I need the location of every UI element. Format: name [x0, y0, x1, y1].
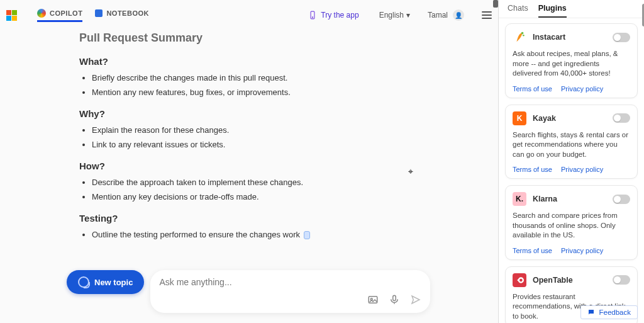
chat-input[interactable] — [159, 277, 421, 287]
list-item: Mention any new features, bug fixes, or … — [92, 88, 498, 97]
section-heading: Why? — [79, 108, 498, 119]
feedback-icon — [587, 309, 595, 316]
section-heading: What? — [79, 56, 498, 67]
try-app-link[interactable]: Try the app — [308, 11, 358, 20]
plugin-desc: Ask about recipes, meal plans, & more --… — [513, 49, 630, 79]
new-topic-label: New topic — [94, 278, 133, 287]
list-item: Briefly describe the changes made in thi… — [92, 73, 498, 82]
main-scrollbar-thumb[interactable] — [493, 0, 498, 8]
topbar: COPILOT NOTEBOOK Try the app English ▾ T… — [0, 0, 498, 30]
svg-point-5 — [521, 32, 524, 35]
feedback-label: Feedback — [599, 309, 631, 316]
privacy-link[interactable]: Privacy policy — [561, 247, 603, 254]
plugin-name: OpenTable — [533, 276, 606, 285]
notebook-logo-icon — [95, 9, 103, 17]
feedback-button[interactable]: Feedback — [580, 305, 638, 319]
plugin-desc: Search flights, stays & rental cars or g… — [513, 130, 630, 160]
tos-link[interactable]: Terms of use — [513, 166, 552, 173]
plugin-name: Klarna — [533, 195, 606, 203]
side-panel: Chats Plugins Instacart Ask about recipe… — [498, 0, 644, 323]
user-name: Tamal — [428, 11, 448, 20]
send-icon[interactable] — [410, 294, 421, 308]
mode-notebook-label: NOTEBOOK — [106, 9, 149, 17]
new-topic-button[interactable]: New topic — [67, 270, 144, 294]
plugin-card-klarna: K. Klarna Search and compare prices from… — [505, 185, 638, 260]
svg-point-6 — [523, 35, 525, 37]
text-cursor-indicator-icon — [304, 231, 310, 239]
menu-button[interactable] — [482, 11, 492, 19]
phone-icon — [308, 11, 317, 20]
microsoft-logo-icon — [6, 10, 17, 21]
list-item: Link to any relevant issues or tickets. — [92, 140, 498, 149]
language-label: English — [379, 11, 404, 20]
page-title: Pull Request Summary — [79, 31, 498, 45]
mode-copilot-tab[interactable]: COPILOT — [37, 9, 82, 22]
svg-rect-4 — [393, 295, 396, 300]
plugin-toggle[interactable] — [613, 275, 630, 285]
side-scrollbar[interactable] — [641, 0, 644, 323]
copilot-logo-icon — [37, 9, 46, 18]
try-app-label: Try the app — [321, 11, 358, 20]
list-item: Describe the approach taken to implement… — [92, 178, 498, 187]
privacy-link[interactable]: Privacy policy — [561, 85, 603, 93]
section-heading: How? — [79, 161, 498, 171]
plugin-card-instacart: Instacart Ask about recipes, meal plans,… — [505, 23, 638, 98]
list-item: Outline the testing performed to ensure … — [92, 230, 498, 239]
privacy-link[interactable]: Privacy policy — [561, 166, 603, 173]
section-heading: Testing? — [79, 213, 498, 224]
tab-chats[interactable]: Chats — [508, 4, 528, 18]
plugin-name: Instacart — [533, 33, 606, 42]
kayak-logo-icon: K — [513, 111, 526, 125]
composer — [150, 270, 430, 313]
opentable-logo-icon — [513, 273, 526, 287]
tos-link[interactable]: Terms of use — [513, 247, 552, 254]
mic-icon[interactable] — [389, 294, 400, 308]
svg-point-1 — [313, 17, 313, 18]
svg-point-8 — [519, 278, 523, 282]
tab-plugins[interactable]: Plugins — [538, 4, 567, 18]
plugin-name: Kayak — [533, 114, 606, 123]
plugin-toggle[interactable] — [613, 195, 630, 204]
language-select[interactable]: English ▾ — [379, 11, 410, 20]
klarna-logo-icon: K. — [513, 192, 526, 206]
mode-notebook-tab[interactable]: NOTEBOOK — [95, 9, 149, 21]
plugin-toggle[interactable] — [613, 33, 630, 42]
tos-link[interactable]: Terms of use — [513, 85, 552, 93]
plugin-desc: Search and compare prices from thousands… — [513, 211, 630, 241]
avatar-icon[interactable]: 👤 — [453, 9, 464, 21]
chevron-down-icon: ▾ — [406, 11, 410, 20]
mode-copilot-label: COPILOT — [50, 9, 82, 17]
new-topic-icon — [78, 276, 89, 288]
instacart-logo-icon — [513, 30, 526, 44]
image-input-icon[interactable] — [367, 294, 379, 308]
plugin-toggle[interactable] — [613, 113, 630, 123]
plugin-card-kayak: K Kayak Search flights, stays & rental c… — [505, 105, 638, 179]
list-item: Explain the reason for these changes. — [92, 125, 498, 135]
list-item: Mention any key decisions or trade-offs … — [92, 192, 498, 201]
